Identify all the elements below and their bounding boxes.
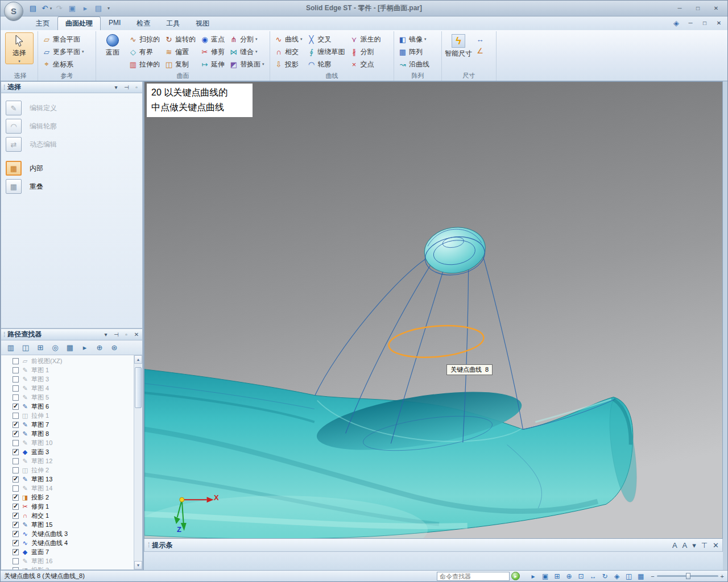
- find-icon[interactable]: ⊕: [93, 342, 106, 354]
- ribbon-button[interactable]: ◠轮廓▾: [305, 58, 347, 70]
- minimize-button[interactable]: ─: [673, 3, 686, 13]
- pathfinder-item[interactable]: ◨ 投影 3: [5, 566, 134, 569]
- doc-close-button[interactable]: ✕: [714, 18, 724, 27]
- pathfinder-item[interactable]: ∿ 关键点曲线 4: [5, 538, 134, 547]
- layers-icon[interactable]: ⊞: [34, 342, 47, 354]
- zoom-out-icon[interactable]: −: [651, 573, 654, 580]
- ribbon-button[interactable]: ⇩投影▾: [272, 58, 304, 70]
- visibility-checkbox[interactable]: [13, 540, 19, 546]
- scrollbar-down-button[interactable]: ▼: [134, 561, 142, 569]
- visibility-checkbox[interactable]: [13, 522, 19, 528]
- select-tool-row[interactable]: ⇄ 动态编辑: [1, 135, 142, 153]
- bluesurf-button[interactable]: 蓝面: [98, 32, 127, 57]
- options-icon[interactable]: ⊛: [108, 342, 121, 354]
- panel-float-icon[interactable]: ▫: [123, 331, 130, 338]
- command-finder-go-icon[interactable]: ▸: [511, 572, 520, 580]
- rotate-icon[interactable]: ↻: [599, 572, 610, 581]
- visibility-checkbox[interactable]: [13, 467, 19, 473]
- visibility-checkbox[interactable]: [13, 458, 19, 464]
- close-button[interactable]: ✕: [709, 3, 723, 13]
- panel-close-icon[interactable]: ✕: [133, 331, 140, 338]
- pathfinder-item[interactable]: ✎ 草图 14: [5, 484, 134, 493]
- redo-icon[interactable]: ↷▾: [53, 3, 65, 14]
- visibility-checkbox[interactable]: [13, 485, 19, 492]
- visibility-checkbox[interactable]: [13, 504, 19, 510]
- view-styles-icon[interactable]: ◫: [623, 572, 634, 581]
- select-dropdown-arrow[interactable]: ▾: [18, 59, 20, 64]
- scrollbar-up-button[interactable]: ▲: [134, 355, 142, 364]
- selection-sets-icon[interactable]: ▸: [78, 342, 91, 354]
- ribbon-button[interactable]: ▱更多平面▾: [40, 45, 86, 58]
- pathfinder-item[interactable]: ✎ 草图 16: [5, 556, 134, 566]
- visibility-checkbox[interactable]: [13, 476, 19, 483]
- doc-tool-icon[interactable]: ▤▾: [92, 3, 105, 14]
- angle-between-icon[interactable]: ∠: [474, 46, 486, 56]
- pathfinder-tab-icon[interactable]: ▥: [5, 342, 17, 354]
- zoom-icon[interactable]: ⊕: [564, 572, 574, 581]
- visibility-checkbox[interactable]: [13, 549, 19, 555]
- pan-icon[interactable]: ↔: [588, 572, 598, 581]
- ribbon-button[interactable]: ∿曲线▾: [272, 33, 304, 45]
- ribbon-button[interactable]: ×交点▾: [348, 58, 383, 70]
- visibility-checkbox[interactable]: [13, 358, 19, 364]
- visibility-checkbox[interactable]: [13, 422, 19, 428]
- ribbon-button[interactable]: ◫复制▾: [163, 58, 197, 70]
- application-menu-orb[interactable]: S: [4, 2, 23, 21]
- pathfinder-item[interactable]: ✎ 草图 4: [5, 384, 134, 393]
- family-table-icon[interactable]: ▦: [64, 342, 76, 354]
- ribbon-button[interactable]: ╳交叉▾: [305, 33, 347, 45]
- ribbon-button[interactable]: ↻旋转的▾: [163, 33, 197, 45]
- update-links-icon[interactable]: ▣▾: [66, 3, 78, 14]
- smart-dimension-button[interactable]: ϟ 智能尺寸: [444, 32, 473, 59]
- common-views-icon[interactable]: ◈: [611, 572, 622, 581]
- select-tool-icon[interactable]: ▸▾: [79, 3, 92, 14]
- visibility-checkbox[interactable]: [13, 431, 19, 437]
- visibility-checkbox[interactable]: [13, 376, 19, 383]
- ribbon-button[interactable]: ▥拉伸的▾: [127, 58, 162, 70]
- pathfinder-item[interactable]: ∩ 相交 1: [5, 511, 134, 520]
- panel-float-icon[interactable]: ▫: [133, 84, 140, 90]
- select-button[interactable]: 选择 ▾: [5, 32, 34, 64]
- pathfinder-item[interactable]: ✎ 草图 8: [5, 429, 134, 438]
- zoom-slider-thumb[interactable]: [686, 573, 690, 579]
- ribbon-button[interactable]: ⌖坐标系▾: [40, 58, 86, 70]
- select-arrow-icon[interactable]: ▸: [528, 572, 539, 581]
- select-mode-row[interactable]: ▦ 重叠: [1, 177, 142, 196]
- sheet-icon[interactable]: ▣: [540, 572, 551, 581]
- ribbon-tab[interactable]: 主页: [28, 16, 57, 30]
- pathfinder-item[interactable]: ◆ 蓝面 7: [5, 547, 134, 556]
- save-icon[interactable]: ▤▾: [27, 3, 39, 14]
- ribbon-button[interactable]: ↦延伸▾: [198, 58, 226, 70]
- panel-menu-icon[interactable]: ▾: [113, 84, 119, 90]
- ribbon-tab[interactable]: 曲面处理: [57, 16, 101, 30]
- maximize-button[interactable]: □: [691, 3, 705, 13]
- ribbon-button[interactable]: ⋈缝合▾: [228, 45, 266, 58]
- distance-between-icon[interactable]: ↔: [474, 35, 486, 44]
- visibility-checkbox[interactable]: [13, 394, 19, 401]
- ribbon-tab[interactable]: PMI: [101, 16, 129, 30]
- 3d-viewport-scene[interactable]: [144, 82, 722, 538]
- ribbon-button[interactable]: ∦分割▾: [348, 45, 383, 58]
- doc-minimize-button[interactable]: ─: [685, 18, 696, 27]
- pathfinder-item[interactable]: ∿ 关键点曲线 3: [5, 529, 134, 538]
- visibility-checkbox[interactable]: [13, 531, 19, 537]
- window-layout-icon[interactable]: ▦: [635, 572, 646, 581]
- prompt-close-icon[interactable]: ✕: [713, 541, 719, 550]
- visibility-checkbox[interactable]: [13, 413, 19, 419]
- visibility-checkbox[interactable]: [13, 440, 19, 446]
- ribbon-button[interactable]: ∿扫掠的▾: [127, 33, 162, 45]
- ribbon-button[interactable]: ◇有界▾: [127, 45, 162, 58]
- panel-pin-icon[interactable]: ⊤: [113, 331, 119, 338]
- pathfinder-item[interactable]: ✎ 草图 10: [5, 438, 134, 447]
- qat-customize-arrow[interactable]: ▾: [105, 6, 113, 11]
- pathfinder-item[interactable]: ✎ 草图 7: [5, 420, 134, 429]
- doc-restore-button[interactable]: □: [700, 18, 710, 27]
- ribbon-button[interactable]: ✂修剪▾: [198, 45, 226, 58]
- library-icon[interactable]: ◫: [19, 342, 32, 354]
- visibility-checkbox[interactable]: [13, 558, 19, 564]
- ribbon-button[interactable]: ⋎派生的▾: [348, 33, 383, 45]
- zoom-area-icon[interactable]: ⊞: [552, 572, 562, 581]
- fit-view-icon[interactable]: ⊡: [576, 572, 586, 581]
- ribbon-tab[interactable]: 检查: [129, 16, 158, 30]
- visibility-checkbox[interactable]: [13, 385, 19, 392]
